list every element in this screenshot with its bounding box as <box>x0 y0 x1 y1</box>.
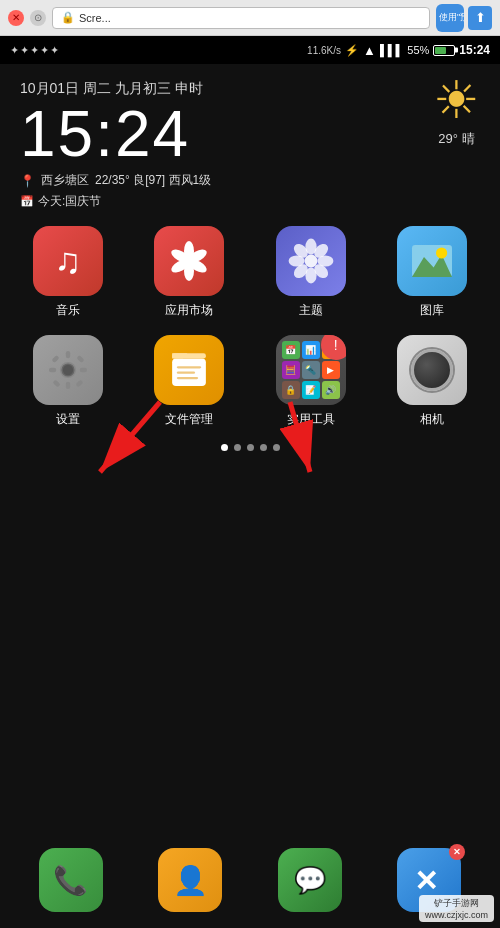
browser-close-button[interactable]: ✕ <box>8 10 24 26</box>
app-row-1: ♫ 音乐 <box>12 226 488 319</box>
appstore-app-icon <box>154 226 224 296</box>
app-gallery[interactable]: 图库 <box>377 226 489 319</box>
url-lock-icon: 🔒 <box>61 11 75 24</box>
wifi-icon: ▲ <box>363 43 376 58</box>
home-screen: 10月01日 周二 九月初三 申时 15:24 📍 西乡塘区 22/35° 良[… <box>0 64 500 928</box>
battery-percent: 55% <box>407 44 429 56</box>
browser-extra-button[interactable]: ⊙ <box>30 10 46 26</box>
tool-cell-9: 🔊 <box>322 381 340 399</box>
status-right: 11.6K/s ⚡ ▲ ▌▌▌ 55% 15:24 <box>307 43 490 58</box>
location-pin-icon: 📍 <box>20 174 35 188</box>
svg-point-17 <box>436 247 447 258</box>
phone-dock-icon: 📞 <box>39 848 103 912</box>
page-dot-1 <box>221 444 228 451</box>
theme-flower-icon <box>287 237 335 285</box>
tools-app-icon: ! 📅 📊 ⏱ 🧮 🔦 ▶ 🔒 📝 🔊 <box>276 335 346 405</box>
phone-screen: ✦ ✦ ✦ ✦ ✦ 11.6K/s ⚡ ▲ ▌▌▌ 55% 15:24 10月0 <box>0 36 500 928</box>
star-5: ✦ <box>50 44 59 57</box>
notification-stars: ✦ ✦ ✦ ✦ ✦ <box>10 44 59 57</box>
temperature-text: 29° 晴 <box>438 130 474 148</box>
star-2: ✦ <box>20 44 29 57</box>
contacts-dock-icon: 👤 <box>158 848 222 912</box>
music-app-label: 音乐 <box>56 302 80 319</box>
phone-handset-icon: 📞 <box>53 864 88 897</box>
gear-icon-svg <box>46 348 90 392</box>
page-dot-4 <box>260 444 267 451</box>
star-1: ✦ <box>10 44 19 57</box>
gallery-icon-svg <box>408 237 456 285</box>
browser-preview-button[interactable]: 使用"预览"打开 <box>436 4 464 32</box>
files-icon-svg <box>166 347 212 393</box>
calendar-icon: 📅 <box>20 195 34 208</box>
date-line: 10月01日 周二 九月初三 申时 <box>20 80 480 98</box>
messages-dock-icon: 💬 <box>278 848 342 912</box>
weather-widget-right: ☀ 29° 晴 <box>433 74 480 148</box>
location-text: 西乡塘区 <box>41 172 89 189</box>
svg-rect-22 <box>79 368 86 372</box>
tool-cell-6: ▶ <box>322 361 340 379</box>
dock-messages[interactable]: 💬 <box>255 848 365 912</box>
svg-rect-30 <box>172 353 206 358</box>
signal-icon: ▌▌▌ <box>380 44 403 56</box>
svg-rect-21 <box>49 368 56 372</box>
svg-point-27 <box>63 365 73 375</box>
holiday-text: 今天:国庆节 <box>38 193 101 210</box>
status-left: ✦ ✦ ✦ ✦ ✦ <box>10 44 59 57</box>
app-row-2: 设置 文件管理 <box>12 335 488 428</box>
app-settings[interactable]: 设置 <box>12 335 124 428</box>
files-app-label: 文件管理 <box>165 411 213 428</box>
app-tools[interactable]: ! 📅 📊 ⏱ 🧮 🔦 ▶ 🔒 📝 🔊 <box>255 335 367 428</box>
theme-app-label: 主题 <box>299 302 323 319</box>
star-4: ✦ <box>40 44 49 57</box>
tool-cell-2: 📊 <box>302 341 320 359</box>
action-label: 使用"预览"打开 <box>436 12 464 23</box>
svg-point-6 <box>304 255 317 268</box>
tool-cell-4: 🧮 <box>282 361 300 379</box>
svg-rect-31 <box>177 366 202 368</box>
date-time-widget: 10月01日 周二 九月初三 申时 15:24 📍 西乡塘区 22/35° 良[… <box>0 64 500 210</box>
battery-indicator <box>433 45 455 56</box>
watermark-line1: 铲子手游网 <box>434 897 479 910</box>
tool-cell-7: 🔒 <box>282 381 300 399</box>
browser-url-bar[interactable]: 🔒 Scre... <box>52 7 430 29</box>
chat-bubble-icon: 💬 <box>294 865 326 896</box>
camera-app-icon <box>397 335 467 405</box>
app-theme[interactable]: 主题 <box>255 226 367 319</box>
svg-rect-33 <box>177 377 198 379</box>
weather-details: 22/35° 良[97] 西风1级 <box>95 172 211 189</box>
browser-share-button[interactable]: ⬆ <box>468 6 492 30</box>
person-icon: 👤 <box>173 864 208 897</box>
browser-bar: ✕ ⊙ 🔒 Scre... 使用"预览"打开 ⬆ <box>0 0 500 36</box>
huawei-logo <box>164 236 214 286</box>
music-app-icon: ♫ <box>33 226 103 296</box>
page-dot-3 <box>247 444 254 451</box>
music-note-icon: ♫ <box>54 240 81 282</box>
camera-lens <box>411 349 453 391</box>
svg-rect-24 <box>76 355 84 363</box>
x-logo: ✕ <box>409 860 449 900</box>
dock-phone[interactable]: 📞 <box>16 848 126 912</box>
page-dots <box>0 440 500 455</box>
app-camera[interactable]: 相机 <box>377 335 489 428</box>
watermark: 铲子手游网 www.czjxjc.com <box>419 895 494 922</box>
tool-cell-8: 📝 <box>302 381 320 399</box>
app-grid: ♫ 音乐 <box>0 210 500 428</box>
dock-contacts[interactable]: 👤 <box>136 848 246 912</box>
app-files[interactable]: 文件管理 <box>134 335 246 428</box>
svg-rect-23 <box>51 355 59 363</box>
bluetooth-icon: ⚡ <box>345 44 359 57</box>
watermark-line2: www.czjxjc.com <box>425 910 488 920</box>
network-speed: 11.6K/s <box>307 45 341 56</box>
appstore-app-label: 应用市场 <box>165 302 213 319</box>
app-music[interactable]: ♫ 音乐 <box>12 226 124 319</box>
holiday-row: 📅 今天:国庆节 <box>20 193 480 210</box>
theme-app-icon <box>276 226 346 296</box>
tool-cell-1: 📅 <box>282 341 300 359</box>
app-appstore[interactable]: 应用市场 <box>134 226 246 319</box>
settings-app-label: 设置 <box>56 411 80 428</box>
url-text: Scre... <box>79 12 111 24</box>
tool-cell-5: 🔦 <box>302 361 320 379</box>
tools-app-label: 实用工具 <box>287 411 335 428</box>
svg-rect-32 <box>177 372 195 374</box>
settings-app-icon <box>33 335 103 405</box>
